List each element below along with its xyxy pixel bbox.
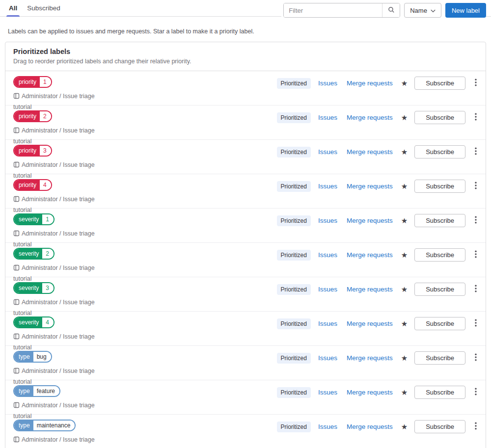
merge-requests-link[interactable]: Merge requests: [347, 148, 393, 156]
subscribe-button[interactable]: Subscribe: [414, 180, 465, 193]
label-row[interactable]: priority 1 Administrator / Issue triage …: [5, 71, 486, 105]
issues-link[interactable]: Issues: [318, 286, 337, 293]
scoped-label-badge[interactable]: severity 3: [13, 282, 55, 294]
label-row[interactable]: type feature Administrator / Issue triag…: [5, 380, 486, 415]
issues-link[interactable]: Issues: [318, 183, 337, 190]
issues-link[interactable]: Issues: [318, 148, 337, 156]
filter-input[interactable]: [284, 3, 382, 17]
options-menu-button[interactable]: [473, 146, 479, 158]
scoped-label-badge[interactable]: type maintenance: [13, 420, 76, 431]
star-icon[interactable]: ★: [400, 216, 409, 225]
subscribe-button[interactable]: Subscribe: [414, 111, 465, 124]
options-menu-button[interactable]: [473, 352, 479, 364]
label-row[interactable]: priority 4 Administrator / Issue triage …: [5, 174, 486, 209]
issues-link[interactable]: Issues: [318, 389, 337, 396]
label-row[interactable]: severity 2 Administrator / Issue triage …: [5, 243, 486, 277]
subscribe-button[interactable]: Subscribe: [414, 248, 465, 262]
options-menu-button[interactable]: [473, 387, 479, 398]
star-icon[interactable]: ★: [400, 388, 409, 397]
scoped-label-badge[interactable]: severity 1: [13, 213, 55, 225]
search-button[interactable]: [382, 3, 400, 17]
scoped-label-badge[interactable]: type bug: [13, 351, 52, 363]
label-scope: type: [14, 352, 33, 362]
sort-dropdown[interactable]: Name: [404, 3, 441, 18]
options-menu-button[interactable]: [473, 112, 479, 123]
label-scope: severity: [14, 283, 42, 293]
tab-all[interactable]: All: [4, 0, 22, 16]
label-row[interactable]: priority 3 Administrator / Issue triage …: [5, 140, 486, 174]
label-row[interactable]: type maintenance Administrator / Issue t…: [5, 415, 486, 448]
subscribe-button[interactable]: Subscribe: [414, 283, 465, 296]
merge-requests-link[interactable]: Merge requests: [347, 251, 393, 259]
label-row[interactable]: severity 3 Administrator / Issue triage …: [5, 277, 486, 312]
merge-requests-link[interactable]: Merge requests: [347, 79, 393, 87]
prioritized-badge: Prioritized: [277, 353, 311, 364]
star-icon[interactable]: ★: [400, 147, 409, 157]
star-icon[interactable]: ★: [400, 353, 409, 363]
issues-link[interactable]: Issues: [318, 320, 337, 327]
prioritized-labels-card: Prioritized labels Drag to reorder prior…: [5, 42, 486, 448]
search-icon: [388, 6, 395, 15]
subscribe-button[interactable]: Subscribe: [414, 145, 465, 158]
merge-requests-link[interactable]: Merge requests: [347, 183, 393, 190]
issues-link[interactable]: Issues: [318, 217, 337, 224]
row-actions: Prioritized Issues Merge requests ★ Subs…: [277, 77, 479, 90]
merge-requests-link[interactable]: Merge requests: [347, 389, 393, 396]
star-icon[interactable]: ★: [400, 113, 409, 122]
scoped-label-badge[interactable]: priority 3: [13, 145, 52, 157]
options-menu-button[interactable]: [473, 318, 479, 329]
label-row[interactable]: severity 4 Administrator / Issue triage …: [5, 312, 486, 346]
project-path-line1: Administrator / Issue triage: [22, 402, 95, 409]
subscribe-button[interactable]: Subscribe: [414, 214, 465, 227]
label-row[interactable]: priority 2 Administrator / Issue triage …: [5, 105, 486, 140]
merge-requests-link[interactable]: Merge requests: [347, 320, 393, 327]
label-scope: priority: [14, 77, 40, 87]
merge-requests-link[interactable]: Merge requests: [347, 114, 393, 121]
subscribe-button[interactable]: Subscribe: [414, 351, 465, 365]
subscribe-button[interactable]: Subscribe: [414, 386, 465, 399]
star-icon[interactable]: ★: [400, 79, 409, 88]
scoped-label-badge[interactable]: priority 1: [13, 76, 52, 88]
label-row[interactable]: severity 1 Administrator / Issue triage …: [5, 209, 486, 243]
star-icon[interactable]: ★: [400, 422, 409, 431]
prioritized-badge: Prioritized: [277, 318, 311, 329]
merge-requests-link[interactable]: Merge requests: [347, 217, 393, 224]
scoped-label-badge[interactable]: type feature: [13, 385, 60, 397]
new-label-button[interactable]: New label: [445, 3, 486, 18]
issues-link[interactable]: Issues: [318, 423, 337, 430]
star-icon[interactable]: ★: [400, 182, 409, 191]
options-menu-button[interactable]: [473, 215, 479, 226]
merge-requests-link[interactable]: Merge requests: [347, 286, 393, 293]
scoped-label-badge[interactable]: severity 4: [13, 316, 55, 328]
issues-link[interactable]: Issues: [318, 354, 337, 362]
label-value: 4: [42, 317, 54, 327]
options-menu-button[interactable]: [473, 181, 479, 192]
vertical-dots-icon: [475, 79, 477, 88]
row-actions: Prioritized Issues Merge requests ★ Subs…: [277, 386, 479, 399]
scoped-label-badge[interactable]: priority 4: [13, 179, 52, 191]
options-menu-button[interactable]: [473, 421, 479, 432]
subscribe-button[interactable]: Subscribe: [414, 420, 465, 433]
issues-link[interactable]: Issues: [318, 251, 337, 259]
star-icon[interactable]: ★: [400, 285, 409, 294]
star-icon[interactable]: ★: [400, 250, 409, 260]
subscribe-button[interactable]: Subscribe: [414, 317, 465, 330]
tab-subscribed[interactable]: Subscribed: [22, 0, 65, 16]
label-scope: priority: [14, 111, 40, 121]
options-menu-button[interactable]: [473, 249, 479, 261]
prioritized-badge: Prioritized: [277, 215, 311, 226]
subscribe-button[interactable]: Subscribe: [414, 77, 465, 90]
prioritized-labels-list: priority 1 Administrator / Issue triage …: [5, 71, 486, 448]
scoped-label-badge[interactable]: severity 2: [13, 248, 55, 260]
merge-requests-link[interactable]: Merge requests: [347, 423, 393, 430]
issues-link[interactable]: Issues: [318, 114, 337, 121]
options-menu-button[interactable]: [473, 78, 479, 89]
labels-description: Labels can be applied to issues and merg…: [8, 28, 483, 35]
scoped-label-badge[interactable]: priority 2: [13, 110, 52, 122]
issues-link[interactable]: Issues: [318, 79, 337, 87]
merge-requests-link[interactable]: Merge requests: [347, 354, 393, 362]
options-menu-button[interactable]: [473, 284, 479, 295]
label-row[interactable]: type bug Administrator / Issue triage tu…: [5, 346, 486, 380]
label-value: 1: [40, 77, 51, 87]
star-icon[interactable]: ★: [400, 319, 409, 328]
